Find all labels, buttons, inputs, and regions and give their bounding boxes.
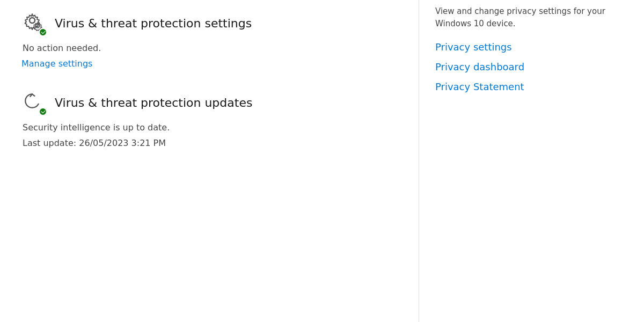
check-badge-updates (39, 107, 47, 116)
privacy-dashboard-link[interactable]: Privacy dashboard (435, 60, 628, 74)
manage-settings-link[interactable]: Manage settings (21, 58, 92, 69)
check-badge-settings (39, 28, 47, 36)
right-panel: View and change privacy settings for you… (419, 0, 644, 322)
privacy-settings-link[interactable]: Privacy settings (435, 40, 628, 54)
section1-title: Virus & threat protection settings (55, 16, 252, 32)
virus-threat-settings-section: Virus & threat protection settings No ac… (21, 11, 397, 69)
right-panel-intro: View and change privacy settings for you… (435, 5, 628, 30)
section2-header: Virus & threat protection updates (21, 90, 397, 116)
virus-threat-updates-section: Virus & threat protection updates Securi… (21, 90, 397, 150)
refresh-icon-wrapper (21, 90, 47, 116)
section2-status: Security intelligence is up to date. (23, 122, 397, 133)
privacy-statement-link[interactable]: Privacy Statement (435, 80, 628, 93)
section1-header: Virus & threat protection settings (21, 11, 397, 36)
section2-detail: Last update: 26/05/2023 3:21 PM (23, 138, 397, 148)
svg-point-0 (30, 18, 35, 23)
left-panel: Virus & threat protection settings No ac… (0, 0, 419, 322)
section2-title: Virus & threat protection updates (55, 96, 252, 111)
section1-status: No action needed. (23, 43, 397, 53)
right-links-container: Privacy settings Privacy dashboard Priva… (435, 40, 628, 94)
gear-icon-wrapper (21, 11, 47, 36)
